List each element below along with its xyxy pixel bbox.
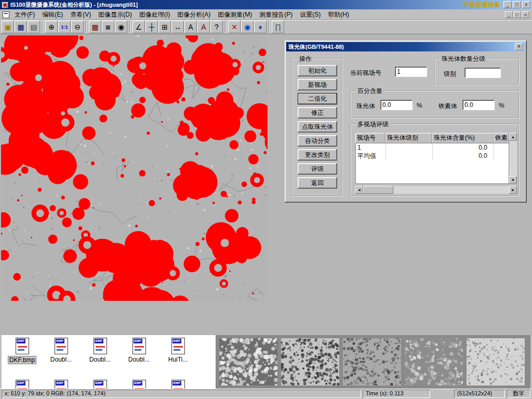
menu-item[interactable]: 测量报告(P) [256,9,296,20]
thumbnail-1[interactable] [219,338,277,385]
thumbnail-3[interactable] [343,338,401,385]
menu-item[interactable]: 图像分析(A) [174,9,214,20]
mdi-close-button[interactable]: × [522,11,529,18]
current-view-input[interactable] [395,66,427,77]
mdi-child-icon[interactable] [3,11,9,18]
scrollbar-thumb[interactable] [363,186,393,194]
title-bar[interactable]: IS100显微摄像系统(金相分析版) - [zhuguangti01] 宁波仪器… [0,0,532,9]
table-row[interactable]: 平均值0.0 [356,152,509,160]
move-icon[interactable]: ↔ [171,21,184,33]
file-label: Doubl... [88,356,112,363]
table-column-header[interactable]: 铁素 [494,133,509,143]
scroll-down-icon[interactable]: ▼ [509,176,517,184]
mdi-minimize-button[interactable]: _ [505,11,513,18]
op-button[interactable]: 评级 [298,163,337,175]
operations-group: 操作 初始化新视场二值化修正点取珠光体自动分类更改类别评级返回 [292,58,343,196]
table-vertical-scrollbar[interactable]: ▲ ▼ [509,133,517,184]
file-item[interactable]: BMP [81,379,119,389]
grid-icon[interactable]: ⊞ [158,21,171,33]
font-icon[interactable]: A [197,21,210,33]
table-column-header[interactable]: 珠光体含量(%) [432,133,494,143]
minimize-button[interactable]: _ [503,1,512,8]
maximize-button[interactable]: □ [513,1,521,8]
table-column-header[interactable]: 视场号 [355,133,385,143]
actual-size-icon[interactable]: 1:1 [58,21,71,33]
bmp-file-icon: BMP [16,380,29,389]
measure-angle-icon[interactable]: ∠ [132,21,145,33]
file-item[interactable]: BMP [158,379,197,389]
file-item[interactable]: BMPHuiTi... [158,337,197,364]
op-button[interactable]: 二值化 [298,93,337,104]
thumbnail-5[interactable] [467,338,525,385]
scroll-right-icon[interactable]: ► [509,186,517,194]
delete-mark-icon[interactable]: ✕ [228,21,241,33]
print-icon[interactable]: ▤ [28,21,40,33]
dialog-close-icon[interactable]: × [515,43,523,50]
bmp-file-icon: BMP [132,380,146,389]
menu-item[interactable]: 查看(V) [66,9,95,20]
zoom-in-icon[interactable]: ⊕ [45,21,58,33]
ferrite-percent-input[interactable] [462,100,495,110]
mdi-child-controls: _ □ × [505,11,529,18]
file-item[interactable]: BMP [3,379,42,389]
dialog-title-bar[interactable]: 珠光体(GB/T9441-88) × [286,42,525,51]
op-button[interactable]: 初始化 [298,65,337,76]
scroll-up-icon[interactable]: ▲ [509,133,517,141]
menu-item[interactable]: 设置(S) [296,9,324,20]
table-horizontal-scrollbar[interactable]: ◄ ► [355,186,517,194]
menu-item[interactable]: 帮助(H) [324,9,353,20]
menu-item[interactable]: 图像测量(M) [214,9,256,20]
camera-icon[interactable]: ◙ [102,21,114,33]
op-button[interactable]: 返回 [298,177,337,189]
micrometer-icon[interactable]: ∏ [272,21,284,33]
capture-image-icon[interactable]: ▩ [89,21,101,33]
table-cell: 1 [356,143,386,152]
measure-cross-icon[interactable]: ┼ [145,21,158,33]
thumbnail-2[interactable] [281,338,339,385]
scroll-left-icon[interactable]: ◄ [355,186,363,194]
file-item[interactable]: BMPDoubl... [81,337,119,364]
menu-item[interactable]: 图像显示(D) [95,9,136,20]
file-label: Doubl... [127,356,151,363]
bmp-file-icon: BMP [55,338,68,354]
table-cell [386,152,433,160]
file-browser[interactable]: BMPDKF.bmpBMPDoubl...BMPDoubl...BMPDoubl… [2,335,216,389]
preview-eye-icon[interactable]: ◉ [241,21,254,33]
file-item[interactable]: BMPDKF.bmp [3,337,42,364]
status-spacer [432,390,453,398]
mdi-restore-button[interactable]: □ [513,11,521,18]
grade-group: 珠光体数量分级 级别 [434,58,520,85]
op-button[interactable]: 修正 [298,107,337,118]
table-body[interactable]: 10.0平均值0.0 [355,143,509,184]
bmp-badge: BMP [172,339,181,343]
file-item[interactable]: BMPDoubl... [42,337,81,364]
file-item[interactable]: BMP [119,379,158,389]
op-button[interactable]: 自动分类 [298,135,337,147]
thumbnail-4[interactable] [405,338,463,385]
op-button[interactable]: 更改类别 [298,149,337,161]
table-row[interactable]: 10.0 [356,143,509,152]
open-file-icon[interactable]: ▣ [2,21,14,33]
save-file-icon[interactable]: ▦ [15,21,27,33]
menu-item[interactable]: 图像处理(I) [136,9,174,20]
pearlite-percent-input[interactable] [380,100,413,110]
help-icon[interactable]: ? [210,21,223,33]
toolbar-separator [269,21,270,33]
file-item[interactable]: BMP [42,379,81,389]
target-circle-icon[interactable]: ◉ [115,21,127,33]
micrograph-image[interactable] [1,35,268,301]
tools-icon[interactable]: ♦ [254,21,267,33]
op-button[interactable]: 点取珠光体 [298,121,337,132]
table-column-header[interactable]: 珠光体级别 [385,133,432,143]
grade-input[interactable] [464,68,501,78]
menu-item[interactable]: 编辑(E) [38,9,66,20]
file-label: HuiTi... [167,356,189,363]
menu-item[interactable]: 文件(F) [11,9,38,20]
text-annotate-icon[interactable]: A [184,21,197,33]
close-button[interactable]: × [522,1,530,8]
file-item[interactable]: BMPDoubl... [119,337,158,364]
toolbar-separator [86,21,87,33]
bmp-badge: BMP [95,381,103,385]
op-button[interactable]: 新视场 [298,79,337,90]
zoom-out-icon[interactable]: ⊖ [71,21,84,33]
